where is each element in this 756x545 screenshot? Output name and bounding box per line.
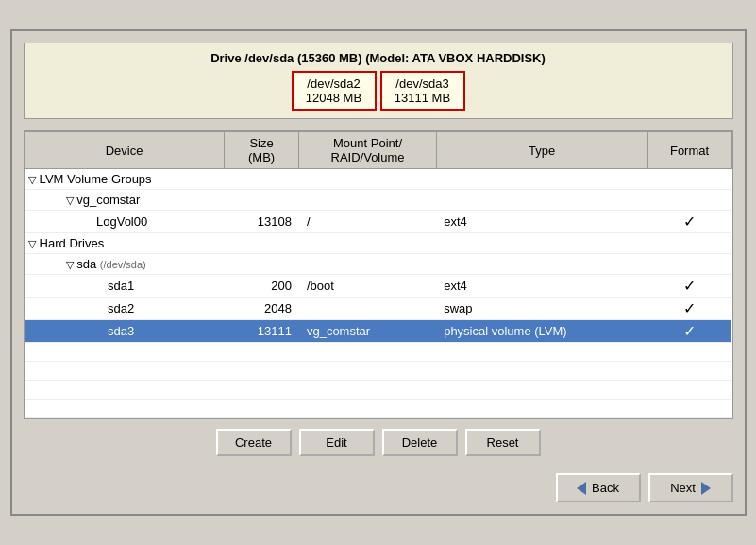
partition-sda2-size: 12048 MB	[301, 91, 367, 105]
col-mount: Mount Point/RAID/Volume	[299, 132, 436, 169]
group-lvm[interactable]: ▽ LVM Volume Groups	[25, 169, 731, 190]
sda-path: (/dev/sda)	[100, 259, 146, 270]
nav-buttons: Back Next	[24, 469, 733, 502]
create-button[interactable]: Create	[216, 429, 292, 456]
group-hd-label: ▽ Hard Drives	[25, 233, 731, 254]
group-lvm-label: ▽ LVM Volume Groups	[25, 169, 731, 190]
cell-format: ✓	[647, 275, 731, 298]
cell-size: 200	[224, 275, 299, 298]
cell-size: 2048	[224, 298, 299, 320]
cell-type: ext4	[436, 275, 647, 298]
partition-sda3: /dev/sda3 13111 MB	[380, 71, 465, 111]
vg-comstar-collapse-icon: ▽	[66, 195, 74, 206]
partition-table-container: Device Size(MB) Mount Point/RAID/Volume …	[24, 130, 733, 419]
back-button[interactable]: Back	[556, 473, 641, 502]
lvm-collapse-icon: ▽	[28, 174, 36, 185]
cell-mount	[299, 298, 436, 320]
cell-format: ✓	[647, 320, 731, 343]
cell-format: ✓	[647, 298, 731, 320]
cell-mount: /	[299, 211, 436, 233]
cell-format: ✓	[647, 211, 731, 233]
hd-collapse-icon: ▽	[28, 238, 36, 249]
col-type: Type	[436, 132, 647, 169]
back-arrow-icon	[577, 482, 586, 495]
empty-row	[25, 400, 731, 418]
partition-sda2-device: /dev/sda2	[301, 77, 367, 91]
partition-table: Device Size(MB) Mount Point/RAID/Volume …	[25, 131, 732, 418]
vg-comstar-row[interactable]: ▽ vg_comstar	[25, 190, 731, 211]
next-label: Next	[670, 481, 696, 495]
partition-sda3-device: /dev/sda3	[390, 77, 456, 91]
edit-button[interactable]: Edit	[299, 429, 375, 456]
cell-device: LogVol00	[25, 211, 224, 233]
empty-row	[25, 381, 731, 400]
drive-title: Drive /dev/sda (15360 MB) (Model: ATA VB…	[36, 51, 721, 65]
cell-mount: vg_comstar	[299, 320, 436, 343]
cell-type: ext4	[436, 211, 647, 233]
table-row[interactable]: sda3 13111 vg_comstar physical volume (L…	[25, 320, 731, 343]
vg-comstar-label: ▽ vg_comstar	[25, 190, 731, 211]
next-arrow-icon	[701, 482, 711, 495]
table-row[interactable]: sda1 200 /boot ext4 ✓	[25, 275, 731, 298]
partition-sda3-size: 13111 MB	[390, 91, 456, 105]
table-row[interactable]: LogVol00 13108 / ext4 ✓	[25, 211, 731, 233]
empty-row	[25, 362, 731, 381]
drive-info-panel: Drive /dev/sda (15360 MB) (Model: ATA VB…	[24, 43, 733, 119]
cell-size: 13111	[224, 320, 299, 343]
reset-button[interactable]: Reset	[465, 429, 541, 456]
cell-type: swap	[436, 298, 647, 320]
sda-label: ▽ sda (/dev/sda)	[25, 254, 731, 275]
col-format: Format	[647, 132, 731, 169]
next-button[interactable]: Next	[648, 473, 733, 502]
sda-collapse-icon: ▽	[66, 259, 74, 270]
cell-device: sda2	[25, 298, 224, 320]
partition-sda2: /dev/sda2 12048 MB	[292, 71, 377, 111]
group-hard-drives[interactable]: ▽ Hard Drives	[25, 233, 731, 254]
delete-button[interactable]: Delete	[382, 429, 458, 456]
cell-device: sda3	[25, 320, 224, 343]
sda-row[interactable]: ▽ sda (/dev/sda)	[25, 254, 731, 275]
action-buttons: Create Edit Delete Reset	[24, 429, 733, 456]
cell-type: physical volume (LVM)	[436, 320, 647, 343]
drive-partitions: /dev/sda2 12048 MB /dev/sda3 13111 MB	[36, 71, 721, 111]
table-row[interactable]: sda2 2048 swap ✓	[25, 298, 731, 320]
col-size: Size(MB)	[224, 132, 299, 169]
back-label: Back	[592, 481, 619, 495]
cell-device: sda1	[25, 275, 224, 298]
cell-size: 13108	[224, 211, 299, 233]
col-device: Device	[25, 132, 224, 169]
empty-row	[25, 343, 731, 362]
cell-mount: /boot	[299, 275, 436, 298]
